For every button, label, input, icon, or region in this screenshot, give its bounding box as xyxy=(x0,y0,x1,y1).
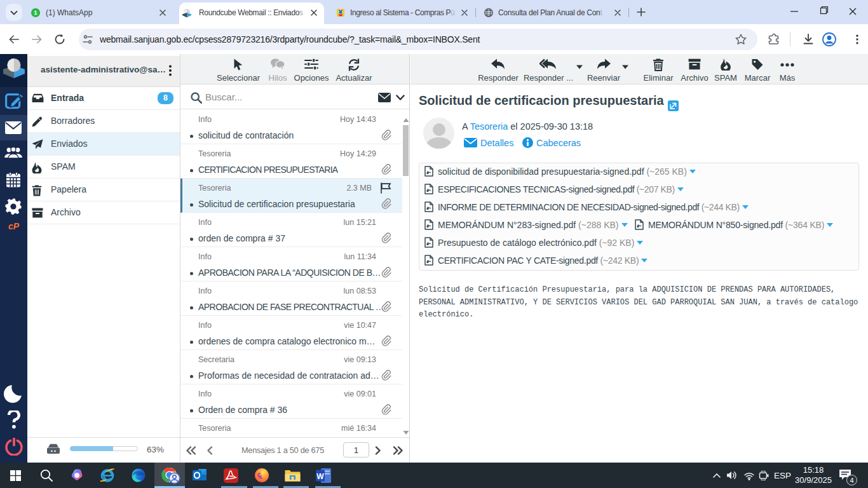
svg-text:W: W xyxy=(316,472,324,481)
svg-text:1: 1 xyxy=(34,9,37,16)
